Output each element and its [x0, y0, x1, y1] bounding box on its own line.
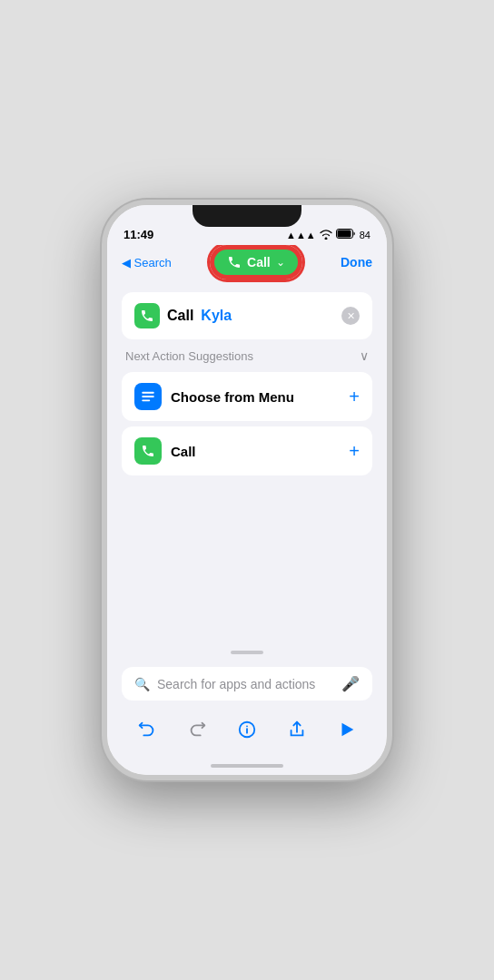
share-button[interactable]: [281, 713, 313, 746]
toolbar: [122, 708, 372, 750]
svg-rect-3: [142, 396, 154, 397]
contact-name: Kyla: [201, 308, 232, 324]
home-indicator: [107, 757, 387, 775]
info-icon: [237, 720, 257, 740]
back-button[interactable]: ◀ Search: [122, 256, 172, 270]
call-suggestion-icon: [134, 437, 162, 465]
share-icon: [287, 720, 307, 740]
suggestions-list: Choose from Menu + Call +: [122, 372, 372, 475]
phone-screen: 11:49 ▲▲▲ 84: [107, 205, 387, 775]
clear-action-button[interactable]: ✕: [341, 307, 360, 325]
add-suggestion-1[interactable]: +: [349, 387, 360, 407]
home-bar: [211, 764, 283, 768]
pill-chevron: ⌄: [276, 256, 285, 269]
action-card-left: Call Kyla: [134, 303, 232, 328]
menu-icon: [134, 383, 162, 410]
suggestions-header: Next Action Suggestions ∨: [122, 348, 372, 363]
suggestion-left: Call: [134, 437, 196, 465]
phone-frame: 11:49 ▲▲▲ 84: [102, 200, 392, 780]
suggestion-item[interactable]: Call +: [122, 426, 372, 475]
signal-icon: ▲▲▲: [286, 230, 316, 240]
phone-icon-small: [140, 309, 154, 323]
svg-rect-1: [337, 230, 351, 238]
svg-rect-2: [142, 392, 154, 394]
suggestion-label-2: Call: [171, 444, 196, 459]
drag-handle: [231, 651, 263, 654]
undo-icon: [137, 720, 157, 740]
battery-level: 84: [360, 230, 370, 240]
bottom-area: 🔍 Search for apps and actions 🎤: [107, 651, 387, 757]
notch: [193, 205, 301, 227]
status-time: 11:49: [124, 228, 153, 241]
action-card[interactable]: Call Kyla ✕: [122, 292, 372, 339]
phone-icon: [227, 255, 242, 270]
microphone-icon[interactable]: 🎤: [341, 675, 360, 692]
play-button[interactable]: [331, 713, 363, 746]
phone-icon-suggestion: [141, 444, 155, 458]
suggestion-label-1: Choose from Menu: [171, 389, 294, 405]
battery-icon: [336, 229, 356, 241]
nav-bar: ◀ Search Call ⌄ Done: [107, 245, 387, 285]
info-button[interactable]: [231, 713, 263, 746]
done-button[interactable]: Done: [341, 255, 372, 270]
call-icon-green: [134, 303, 160, 328]
redo-icon: [187, 720, 207, 740]
undo-button[interactable]: [131, 713, 163, 746]
play-icon: [337, 720, 357, 740]
suggestion-item[interactable]: Choose from Menu +: [122, 372, 372, 421]
call-label: Call: [167, 308, 193, 324]
search-icon: 🔍: [134, 677, 150, 691]
section-chevron-icon[interactable]: ∨: [360, 348, 369, 363]
svg-rect-4: [142, 399, 150, 401]
search-placeholder: Search for apps and actions: [157, 677, 334, 691]
status-icons: ▲▲▲ 84: [286, 229, 370, 241]
search-bar[interactable]: 🔍 Search for apps and actions 🎤: [122, 667, 372, 701]
redo-button[interactable]: [181, 713, 213, 746]
suggestion-left: Choose from Menu: [134, 383, 294, 410]
pill-label: Call: [247, 255, 271, 270]
wifi-icon: [320, 230, 332, 241]
section-title: Next Action Suggestions: [125, 349, 253, 363]
action-pill[interactable]: Call ⌄: [212, 247, 301, 278]
svg-point-7: [246, 725, 248, 727]
back-label: ◀ Search: [122, 256, 172, 270]
menu-icon-svg: [140, 388, 156, 405]
add-suggestion-2[interactable]: +: [349, 441, 360, 462]
content-area: Call Kyla ✕ Next Action Suggestions ∨: [107, 285, 387, 475]
